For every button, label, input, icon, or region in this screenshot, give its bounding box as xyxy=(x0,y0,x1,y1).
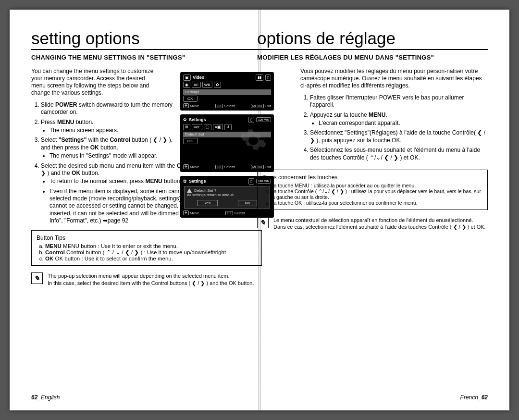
yes-button[interactable]: Yes xyxy=(197,200,218,206)
no-button[interactable]: No xyxy=(238,200,257,206)
section-heading-en: CHANGING THE MENU SETTINGS IN "SETTINGS" xyxy=(31,54,262,61)
button-tips-en: Button Tips MENU MENU button : Use it to… xyxy=(31,230,262,266)
chapter-title-fr: options de réglage xyxy=(257,29,488,50)
note-icon: ✎ xyxy=(31,272,43,284)
section-heading-fr: MODIFIER LES RÉGLAGES DU MENU DANS "SETT… xyxy=(257,54,488,61)
tips-title-fr: Trucs concernant les touches xyxy=(262,174,482,181)
right-page: options de réglage MODIFIER LES RÉGLAGES… xyxy=(257,29,488,230)
steps-en: Slide POWER switch downward to turn the … xyxy=(31,101,175,224)
page-footer-fr: French_62 xyxy=(460,394,488,401)
steps-fr: Faites glisser l'interrupteur POWER vers… xyxy=(300,94,488,161)
step-3: Select "Settings" with the Control butto… xyxy=(41,136,175,160)
note-fr: ✎ Le menu contextuel de sélection appara… xyxy=(257,217,488,231)
note-en: ✎ The pop-up selection menu will appear … xyxy=(31,272,262,286)
button-tips-fr: Trucs concernant les touches La touche M… xyxy=(257,170,488,210)
step-2: Press MENU button. The menu screen appea… xyxy=(41,119,175,135)
step-1: Slide POWER switch downward to turn the … xyxy=(41,101,175,116)
note-icon: ✎ xyxy=(257,217,269,228)
intro-en: You can change the menu settings to cust… xyxy=(31,68,156,97)
tips-title: Button Tips xyxy=(37,235,257,241)
warning-icon xyxy=(187,188,192,193)
page-footer-en: 62_English xyxy=(31,394,60,401)
chapter-title-en: setting options xyxy=(31,29,262,50)
intro-fr: Vous pouvez modifier les réglages du men… xyxy=(300,68,488,89)
